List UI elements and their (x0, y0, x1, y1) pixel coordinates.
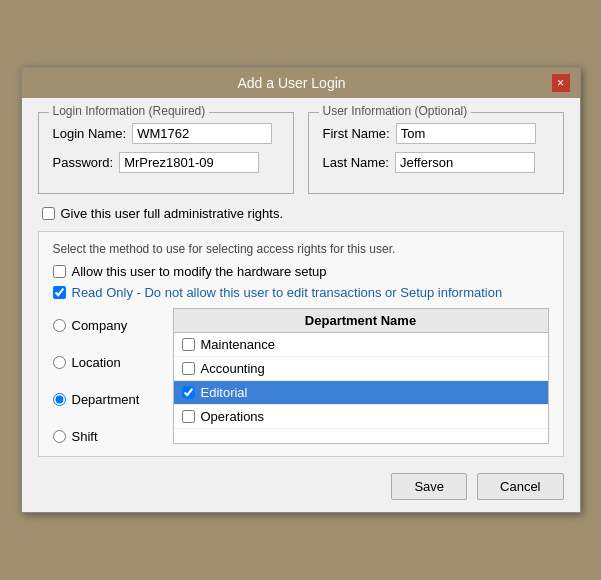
admin-label: Give this user full administrative right… (61, 206, 284, 221)
dept-check-accounting[interactable] (182, 362, 195, 375)
login-section: Login Information (Required) Login Name:… (38, 112, 294, 194)
admin-row: Give this user full administrative right… (38, 206, 564, 221)
login-name-row: Login Name: (53, 123, 279, 144)
dept-check-operations[interactable] (182, 410, 195, 423)
save-button[interactable]: Save (391, 473, 467, 500)
login-section-legend: Login Information (Required) (49, 104, 210, 118)
dept-row-editorial[interactable]: Editorial (174, 381, 548, 405)
dialog-body: Login Information (Required) Login Name:… (22, 98, 580, 512)
dept-name-maintenance: Maintenance (201, 337, 275, 352)
department-table: Department Name Maintenance Accounting E… (173, 308, 549, 444)
radio-company[interactable] (53, 319, 66, 332)
readonly-option: Read Only - Do not allow this user to ed… (53, 285, 549, 300)
access-box: Select the method to use for selecting a… (38, 231, 564, 457)
last-name-input[interactable] (395, 152, 535, 173)
radio-location[interactable] (53, 356, 66, 369)
dept-row-maintenance[interactable]: Maintenance (174, 333, 548, 357)
access-content: Company Location Department (53, 308, 549, 444)
first-name-row: First Name: (323, 123, 549, 144)
radio-shift-item: Shift (53, 429, 163, 444)
radio-shift[interactable] (53, 430, 66, 443)
radio-company-item: Company (53, 318, 163, 333)
radio-location-item: Location (53, 355, 163, 370)
dept-check-maintenance[interactable] (182, 338, 195, 351)
last-name-label: Last Name: (323, 155, 389, 170)
dialog-title: Add a User Login (32, 75, 552, 91)
radio-department-item: Department (53, 392, 163, 407)
dept-check-editorial[interactable] (182, 386, 195, 399)
login-name-input[interactable] (132, 123, 272, 144)
dept-table-header: Department Name (174, 309, 548, 333)
modify-option: Allow this user to modify the hardware s… (53, 264, 549, 279)
dept-name-operations: Operations (201, 409, 265, 424)
close-button[interactable]: × (552, 74, 570, 92)
cancel-button[interactable]: Cancel (477, 473, 563, 500)
radio-location-label: Location (72, 355, 121, 370)
radio-group: Company Location Department (53, 308, 163, 444)
modify-checkbox[interactable] (53, 265, 66, 278)
user-section-legend: User Information (Optional) (319, 104, 472, 118)
user-section: User Information (Optional) First Name: … (308, 112, 564, 194)
button-row: Save Cancel (38, 469, 564, 500)
dept-name-accounting: Accounting (201, 361, 265, 376)
readonly-label: Read Only - Do not allow this user to ed… (72, 285, 503, 300)
dept-row-operations[interactable]: Operations (174, 405, 548, 429)
readonly-checkbox[interactable] (53, 286, 66, 299)
admin-checkbox[interactable] (42, 207, 55, 220)
top-sections: Login Information (Required) Login Name:… (38, 112, 564, 194)
radio-company-label: Company (72, 318, 128, 333)
title-bar: Add a User Login × (22, 68, 580, 98)
radio-department[interactable] (53, 393, 66, 406)
password-input[interactable] (119, 152, 259, 173)
password-label: Password: (53, 155, 114, 170)
dept-name-editorial: Editorial (201, 385, 248, 400)
add-user-login-dialog: Add a User Login × Login Information (Re… (21, 67, 581, 513)
first-name-input[interactable] (396, 123, 536, 144)
login-name-label: Login Name: (53, 126, 127, 141)
access-hint: Select the method to use for selecting a… (53, 242, 549, 256)
radio-department-label: Department (72, 392, 140, 407)
last-name-row: Last Name: (323, 152, 549, 173)
dept-row-accounting[interactable]: Accounting (174, 357, 548, 381)
modify-label: Allow this user to modify the hardware s… (72, 264, 327, 279)
password-row: Password: (53, 152, 279, 173)
first-name-label: First Name: (323, 126, 390, 141)
radio-shift-label: Shift (72, 429, 98, 444)
